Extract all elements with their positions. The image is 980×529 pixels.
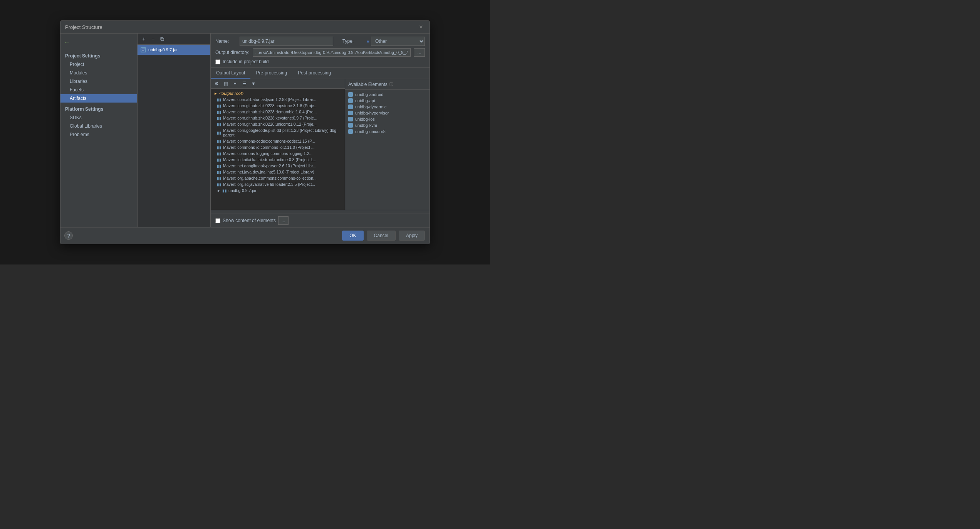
nav-item-global-libraries[interactable]: Global Libraries	[60, 122, 137, 130]
tree-item[interactable]: ▮▮ Maven: net.dongliu:apk-parser:2.6.10 …	[211, 163, 345, 169]
browse-button[interactable]: …	[414, 48, 425, 57]
tree-item[interactable]: ▮▮ Maven: com.github.zhkl0228:keystone:0…	[211, 115, 345, 121]
available-item[interactable]: unidbg-dynarmic	[345, 104, 430, 110]
module-icon	[348, 98, 353, 103]
available-elements-panel: Available Elements ⓘ unidbg-android unid…	[345, 79, 430, 210]
tab-post-processing[interactable]: Post-processing	[292, 68, 336, 79]
show-content-options-button[interactable]: ...	[278, 216, 289, 225]
tree-item[interactable]: ▮▮ Maven: commons-codec:commons-codec:1.…	[211, 138, 345, 144]
nav-item-facets[interactable]: Facets	[60, 86, 137, 94]
available-item[interactable]: unidbg-unicorn8	[345, 128, 430, 135]
maven-icon: ▮▮	[217, 104, 222, 108]
tree-btn-arrow[interactable]: ▼	[249, 80, 258, 88]
tree-btn-add[interactable]: +	[231, 80, 239, 88]
nav-item-modules[interactable]: Modules	[60, 69, 137, 77]
module-icon	[348, 104, 353, 109]
maven-icon: ▮▮	[217, 158, 222, 162]
jar-icon	[141, 47, 146, 52]
maven-icon: ▮▮	[217, 110, 222, 114]
tree-item[interactable]: ▮▮ Maven: com.github.zhkl0228:unicorn:1.…	[211, 121, 345, 127]
module-icon	[348, 123, 353, 128]
tree-root[interactable]: ► <output root>	[211, 90, 345, 96]
tree-btn-list[interactable]: ☰	[240, 80, 248, 88]
tree-btn-chart[interactable]: ▤	[222, 80, 230, 88]
tree-item[interactable]: ▮▮ Maven: io.kaitai:kaitai-struct-runtim…	[211, 157, 345, 163]
name-input[interactable]	[240, 37, 333, 46]
maven-icon: ▮▮	[217, 164, 222, 168]
tree-item[interactable]: ▮▮ Maven: com.googlecode.plist:dd-plist:…	[211, 127, 345, 138]
available-item[interactable]: unidbg-ios	[345, 116, 430, 122]
include-label[interactable]: Include in project build	[223, 59, 268, 64]
available-item[interactable]: unidbg-hypervisor	[345, 110, 430, 116]
artifact-item-label: unidbg-0.9.7.jar	[148, 47, 178, 52]
svg-rect-0	[141, 48, 145, 52]
project-structure-dialog: Project Structure × ← Project Settings P…	[60, 20, 430, 244]
output-dir-label: Output directory:	[215, 50, 250, 55]
platform-settings-header: Platform Settings	[60, 103, 137, 113]
remove-artifact-button[interactable]: −	[149, 35, 157, 43]
tree-panel: ⚙ ▤ + ☰ ▼ ► <output root>	[211, 79, 345, 210]
maven-icon: ▮▮	[217, 182, 222, 187]
artifact-item-jar[interactable]: unidbg-0.9.7.jar	[138, 45, 210, 55]
bottom-options: Show content of elements ...	[211, 214, 430, 227]
tree-item[interactable]: ▮▮ Maven: com.github.zhkl0228:demumble:1…	[211, 109, 345, 115]
nav-item-sdks[interactable]: SDKs	[60, 113, 137, 122]
dialog-title-bar: Project Structure ×	[60, 21, 430, 34]
artifacts-list-panel: + − ⧉ unidbg-0.9.7.jar	[138, 34, 211, 227]
output-dir-input[interactable]	[253, 48, 411, 57]
nav-item-problems[interactable]: Problems	[60, 130, 137, 139]
maven-icon: ▮▮	[217, 131, 222, 135]
tree-item[interactable]: ▮▮ Maven: org.apache.commons:commons-col…	[211, 175, 345, 181]
modal-overlay: Project Structure × ← Project Settings P…	[0, 0, 490, 264]
add-artifact-button[interactable]: +	[140, 35, 148, 43]
output-row: Output directory: …	[215, 48, 425, 57]
jar-icon: ▮▮	[222, 189, 227, 193]
scrollbar[interactable]	[211, 210, 430, 214]
tree-content: ► <output root> ▮▮ Maven: com.alibaba:fa…	[211, 89, 345, 210]
nav-item-artifacts[interactable]: Artifacts	[60, 94, 137, 103]
type-select[interactable]: Other	[371, 37, 425, 46]
dialog-body: ← Project Settings Project Modules Libra…	[60, 34, 430, 227]
nav-back-button[interactable]: ←	[60, 37, 137, 48]
maven-icon: ▮▮	[217, 152, 222, 156]
tree-item[interactable]: ▮▮ Maven: com.github.zhkl0228:capstone:3…	[211, 103, 345, 109]
left-navigation: ← Project Settings Project Modules Libra…	[60, 34, 138, 227]
nav-item-libraries[interactable]: Libraries	[60, 77, 137, 86]
close-button[interactable]: ×	[417, 23, 425, 31]
help-button[interactable]: ?	[64, 231, 73, 240]
tree-item[interactable]: ▮▮ Maven: commons-logging:commons-loggin…	[211, 150, 345, 157]
dialog-title: Project Structure	[65, 24, 102, 30]
tree-item[interactable]: ▮▮ Maven: commons-io:commons-io:2.11.0 (…	[211, 144, 345, 150]
tab-output-layout[interactable]: Output Layout	[211, 68, 250, 79]
tree-item[interactable]: ▮▮ Maven: org.scijava:native-lib-loader:…	[211, 181, 345, 187]
module-icon	[348, 111, 353, 115]
right-panel: Name: Type: ♦ Other Output directory:	[211, 34, 430, 227]
available-item[interactable]: unidbg-android	[345, 91, 430, 98]
tab-pre-processing[interactable]: Pre-processing	[250, 68, 292, 79]
nav-item-project[interactable]: Project	[60, 60, 137, 69]
show-content-checkbox[interactable]	[215, 218, 220, 223]
show-content-label[interactable]: Show content of elements	[223, 218, 276, 223]
module-icon	[348, 117, 353, 121]
cancel-button[interactable]: Cancel	[367, 231, 396, 241]
include-checkbox[interactable]	[215, 59, 220, 64]
tree-btn-settings[interactable]: ⚙	[212, 80, 221, 88]
available-item[interactable]: unidbg-api	[345, 98, 430, 104]
tree-item[interactable]: ▮▮ Maven: com.alibaba:fastjson:1.2.83 (P…	[211, 96, 345, 103]
tree-item-jar[interactable]: ► ▮▮ unidbg-0.9.7.jar	[211, 187, 345, 194]
available-label: Available Elements	[348, 82, 388, 87]
maven-icon: ▮▮	[217, 139, 222, 143]
artifacts-toolbar: + − ⧉	[138, 34, 210, 45]
maven-icon: ▮▮	[217, 116, 222, 120]
maven-icon: ▮▮	[217, 98, 222, 102]
available-help-icon[interactable]: ⓘ	[389, 81, 393, 87]
copy-artifact-button[interactable]: ⧉	[158, 35, 166, 43]
content-area: ⚙ ▤ + ☰ ▼ ► <output root>	[211, 79, 430, 210]
tree-item[interactable]: ▮▮ Maven: net.java.dev.jna:jna:5.10.0 (P…	[211, 169, 345, 175]
ok-button[interactable]: OK	[342, 231, 363, 241]
artifact-header: Name: Type: ♦ Other Output directory:	[211, 34, 430, 68]
module-icon	[348, 92, 353, 97]
available-item[interactable]: unidbg-kvm	[345, 122, 430, 128]
apply-button[interactable]: Apply	[399, 231, 425, 241]
name-label: Name:	[215, 39, 237, 44]
